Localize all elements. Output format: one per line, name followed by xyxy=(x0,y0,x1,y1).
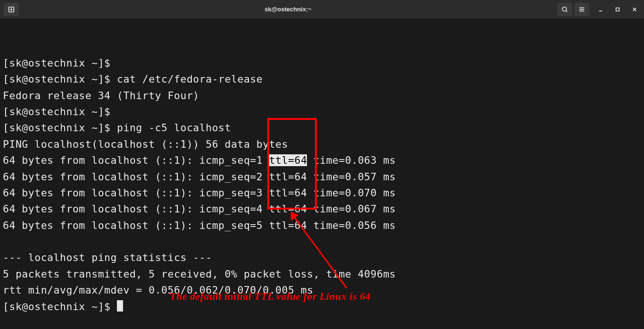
ping-prefix: 64 bytes from localhost (::1): icmp_seq=… xyxy=(3,187,269,199)
ttl-value: ttl=64 xyxy=(269,171,307,183)
titlebar: sk@ostechnix:~ xyxy=(0,0,644,19)
hamburger-icon xyxy=(578,6,585,13)
minimize-icon xyxy=(598,7,603,12)
window-title: sk@ostechnix:~ xyxy=(19,6,557,13)
new-tab-button[interactable] xyxy=(4,3,19,16)
terminal-line: [sk@ostechnix ~]$ xyxy=(3,104,641,120)
ttl-value: ttl=64 xyxy=(269,219,307,231)
search-icon xyxy=(561,6,568,13)
ping-prefix: 64 bytes from localhost (::1): icmp_seq=… xyxy=(3,154,269,166)
terminal-line: 64 bytes from localhost (::1): icmp_seq=… xyxy=(3,185,641,201)
command: ping -c5 localhost xyxy=(111,122,231,134)
ping-suffix: time=0.056 ms xyxy=(307,219,396,231)
svg-rect-9 xyxy=(616,8,619,11)
close-icon xyxy=(632,7,637,12)
terminal-line xyxy=(3,234,641,250)
prompt: [sk@ostechnix ~]$ xyxy=(3,122,111,134)
annotation-text: The default initial TTL value for Linux … xyxy=(170,288,371,304)
svg-line-4 xyxy=(566,10,568,12)
command: cat /etc/fedora-release xyxy=(111,73,263,85)
ping-suffix: time=0.063 ms xyxy=(307,154,396,166)
terminal-line: 5 packets transmitted, 5 received, 0% pa… xyxy=(3,266,641,282)
search-button[interactable] xyxy=(557,3,572,16)
terminal-output[interactable]: [sk@ostechnix ~]$[sk@ostechnix ~]$ cat /… xyxy=(0,19,644,329)
minimize-button[interactable] xyxy=(595,4,606,15)
titlebar-right xyxy=(557,3,640,16)
ping-suffix: time=0.057 ms xyxy=(307,171,396,183)
ttl-value: ttl=64 xyxy=(269,154,307,166)
svg-point-3 xyxy=(562,7,567,11)
terminal-line: [sk@ostechnix ~]$ xyxy=(3,55,641,71)
prompt: [sk@ostechnix ~]$ xyxy=(3,73,111,85)
ping-prefix: 64 bytes from localhost (::1): icmp_seq=… xyxy=(3,219,269,231)
titlebar-left xyxy=(4,3,19,16)
ping-prefix: 64 bytes from localhost (::1): icmp_seq=… xyxy=(3,171,269,183)
terminal-line: Fedora release 34 (Thirty Four) xyxy=(3,88,641,104)
prompt: [sk@ostechnix ~]$ xyxy=(3,57,111,69)
terminal-line: PING localhost(localhost (::1)) 56 data … xyxy=(3,136,641,152)
ping-prefix: 64 bytes from localhost (::1): icmp_seq=… xyxy=(3,203,269,215)
maximize-button[interactable] xyxy=(612,4,623,15)
ping-suffix: time=0.067 ms xyxy=(307,203,396,215)
prompt: [sk@ostechnix ~]$ xyxy=(3,106,111,118)
new-tab-icon xyxy=(8,6,15,13)
terminal-line: [sk@ostechnix ~]$ ping -c5 localhost xyxy=(3,120,641,136)
ttl-value: ttl=64 xyxy=(269,203,307,215)
terminal-line: --- localhost ping statistics --- xyxy=(3,250,641,266)
terminal-line: 64 bytes from localhost (::1): icmp_seq=… xyxy=(3,152,641,169)
ping-suffix: time=0.070 ms xyxy=(307,187,396,199)
close-button[interactable] xyxy=(629,4,640,15)
terminal-line: [sk@ostechnix ~]$ cat /etc/fedora-releas… xyxy=(3,71,641,87)
maximize-icon xyxy=(615,7,620,12)
command xyxy=(111,301,117,312)
terminal-line: 64 bytes from localhost (::1): icmp_seq=… xyxy=(3,169,641,185)
cursor xyxy=(117,300,123,312)
terminal-line: 64 bytes from localhost (::1): icmp_seq=… xyxy=(3,201,641,217)
terminal-line: 64 bytes from localhost (::1): icmp_seq=… xyxy=(3,218,641,234)
menu-button[interactable] xyxy=(574,3,589,16)
prompt: [sk@ostechnix ~]$ xyxy=(3,301,111,312)
ttl-value: ttl=64 xyxy=(269,187,307,199)
